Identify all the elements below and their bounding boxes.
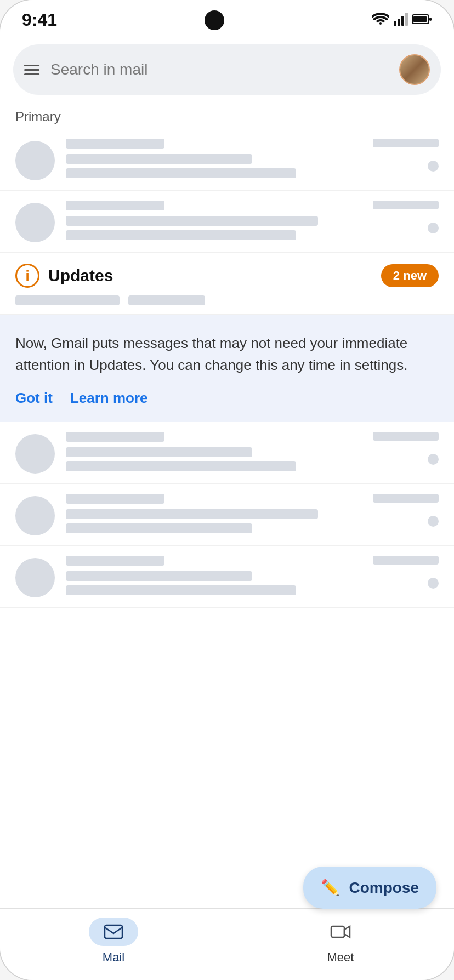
avatar[interactable] bbox=[399, 54, 430, 85]
svg-rect-0 bbox=[394, 21, 396, 26]
svg-rect-5 bbox=[413, 16, 427, 22]
meet-nav-label: Meet bbox=[327, 950, 354, 965]
updates-title: Updates bbox=[48, 266, 372, 285]
email-right bbox=[373, 432, 439, 465]
updates-skeleton-2 bbox=[128, 295, 205, 305]
date-skeleton bbox=[373, 494, 439, 503]
subject-skeleton bbox=[66, 154, 252, 164]
email-item[interactable] bbox=[0, 484, 454, 546]
email-body-lines bbox=[66, 154, 362, 178]
email-top-row bbox=[66, 139, 362, 149]
signal-icon bbox=[394, 13, 408, 28]
preview-skeleton bbox=[66, 168, 296, 178]
svg-rect-7 bbox=[105, 925, 122, 938]
info-banner-actions: Got it Learn more bbox=[15, 390, 439, 407]
email-right bbox=[373, 201, 439, 233]
battery-icon bbox=[412, 14, 432, 27]
status-bar: 9:41 bbox=[0, 0, 454, 36]
dot-skeleton bbox=[428, 578, 439, 589]
status-icons bbox=[372, 13, 432, 28]
date-skeleton bbox=[373, 556, 439, 565]
info-banner: Now, Gmail puts messages that may not ne… bbox=[0, 315, 454, 422]
search-placeholder[interactable]: Search in mail bbox=[50, 61, 388, 78]
preview-skeleton bbox=[66, 585, 296, 595]
mail-nav-label: Mail bbox=[103, 950, 124, 965]
subject-skeleton bbox=[66, 447, 252, 457]
email-content bbox=[66, 139, 362, 178]
email-body-lines bbox=[66, 216, 362, 240]
email-body-lines bbox=[66, 571, 362, 595]
email-top-row bbox=[66, 432, 362, 442]
info-icon: i bbox=[15, 264, 39, 288]
email-right bbox=[373, 139, 439, 172]
bottom-spacer bbox=[0, 608, 454, 690]
email-top-row bbox=[66, 201, 362, 210]
mail-nav-icon-bg bbox=[89, 918, 138, 946]
email-avatar bbox=[15, 434, 55, 474]
email-top-row bbox=[66, 494, 362, 504]
email-content bbox=[66, 432, 362, 471]
svg-rect-8 bbox=[331, 926, 344, 937]
avatar-image bbox=[400, 55, 429, 84]
subject-skeleton bbox=[66, 509, 318, 519]
email-avatar bbox=[15, 496, 55, 535]
bottom-nav: Mail Meet bbox=[0, 908, 454, 980]
sender-name-skeleton bbox=[66, 201, 164, 210]
updates-skeleton bbox=[15, 295, 439, 305]
updates-section[interactable]: i Updates 2 new bbox=[0, 253, 454, 315]
email-body-lines bbox=[66, 447, 362, 471]
email-right bbox=[373, 494, 439, 527]
search-bar[interactable]: Search in mail bbox=[13, 44, 441, 95]
updates-header: i Updates 2 new bbox=[15, 264, 439, 288]
updates-skeleton-1 bbox=[15, 295, 120, 305]
email-body-lines bbox=[66, 509, 362, 533]
sender-name-skeleton bbox=[66, 556, 164, 566]
learn-more-button[interactable]: Learn more bbox=[70, 390, 148, 407]
info-banner-text: Now, Gmail puts messages that may not ne… bbox=[15, 332, 439, 377]
camera-dot bbox=[205, 10, 224, 30]
date-skeleton bbox=[373, 432, 439, 441]
primary-section-label: Primary bbox=[0, 100, 454, 129]
svg-rect-1 bbox=[398, 19, 400, 26]
meet-nav-icon-bg bbox=[316, 918, 365, 946]
sender-name-skeleton bbox=[66, 432, 164, 442]
dot-skeleton bbox=[428, 161, 439, 172]
new-badge: 2 new bbox=[381, 264, 439, 287]
search-bar-container: Search in mail bbox=[0, 36, 454, 100]
info-icon-letter: i bbox=[25, 269, 29, 283]
date-skeleton bbox=[373, 201, 439, 209]
wifi-icon bbox=[372, 13, 389, 28]
email-content bbox=[66, 556, 362, 595]
svg-rect-3 bbox=[405, 13, 408, 26]
email-content bbox=[66, 201, 362, 240]
got-it-button[interactable]: Got it bbox=[15, 390, 53, 407]
sender-name-skeleton bbox=[66, 139, 164, 149]
subject-skeleton bbox=[66, 216, 318, 226]
status-time: 9:41 bbox=[22, 10, 57, 30]
email-item[interactable] bbox=[0, 191, 454, 253]
email-item[interactable] bbox=[0, 546, 454, 608]
compose-fab-label: Compose bbox=[349, 879, 419, 897]
compose-fab[interactable]: ✏️ Compose bbox=[303, 867, 436, 909]
compose-pencil-icon: ✏️ bbox=[321, 879, 340, 897]
svg-rect-2 bbox=[401, 16, 404, 26]
email-content bbox=[66, 494, 362, 533]
nav-item-meet[interactable]: Meet bbox=[227, 918, 454, 965]
preview-skeleton bbox=[66, 461, 296, 471]
sender-name-skeleton bbox=[66, 494, 164, 504]
preview-skeleton bbox=[66, 523, 252, 533]
email-avatar bbox=[15, 558, 55, 597]
nav-item-mail[interactable]: Mail bbox=[0, 918, 227, 965]
dot-skeleton bbox=[428, 454, 439, 465]
email-item[interactable] bbox=[0, 422, 454, 484]
main-content: Primary bbox=[0, 100, 454, 908]
email-item[interactable] bbox=[0, 129, 454, 191]
email-avatar bbox=[15, 141, 55, 180]
hamburger-icon[interactable] bbox=[24, 65, 39, 75]
date-skeleton bbox=[373, 139, 439, 147]
dot-skeleton bbox=[428, 516, 439, 527]
svg-rect-6 bbox=[429, 18, 432, 21]
email-top-row bbox=[66, 556, 362, 566]
phone-frame: 9:41 Search in mail bbox=[0, 0, 454, 980]
subject-skeleton bbox=[66, 571, 252, 581]
